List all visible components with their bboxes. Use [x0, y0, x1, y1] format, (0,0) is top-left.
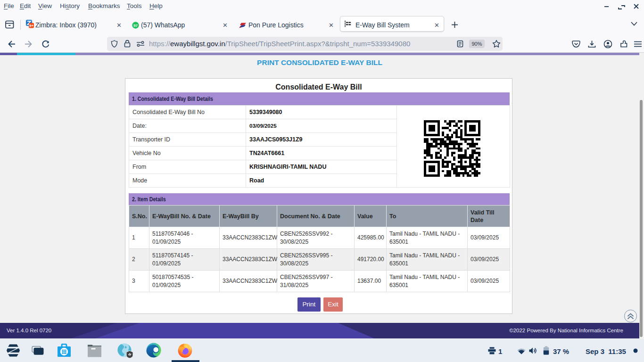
svg-text:9+: 9+	[29, 24, 33, 28]
svg-text:57: 57	[133, 24, 138, 28]
